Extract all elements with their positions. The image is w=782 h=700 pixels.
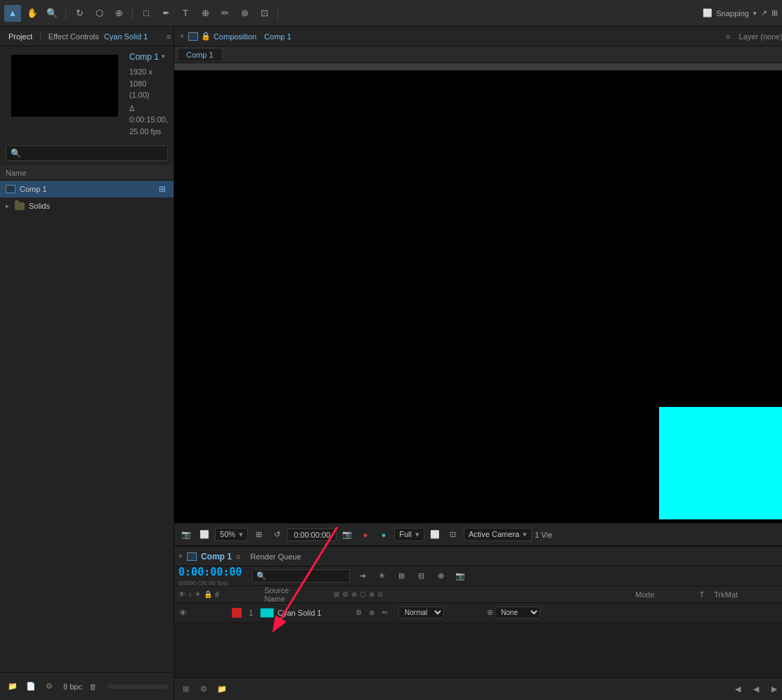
viewer-controls: 📷 ⬜ 50% ▾ ⊞ ↺ 0:00:00:00 📷 ● ● Full ▾ ⬜ … <box>174 523 782 545</box>
col-label-hash: # <box>215 590 219 599</box>
comp-panel-close[interactable]: × <box>177 31 187 41</box>
tl-star-btn[interactable]: ✳ <box>374 569 389 584</box>
comp-duration-label: Δ 0:00:15:00, 25.00 fps <box>129 103 168 138</box>
eye-col-header: 👁 <box>178 588 185 601</box>
parent-select[interactable]: None <box>495 607 540 618</box>
clone-tool[interactable]: ⊛ <box>236 5 253 22</box>
rotate-tool[interactable]: ↻ <box>71 5 88 22</box>
timeline-close[interactable]: × <box>178 552 183 560</box>
trkmat-col-header: TrkMat <box>714 590 738 599</box>
timeline-comp-icon <box>187 552 197 561</box>
new-folder-btn[interactable]: 📁 <box>6 680 20 694</box>
brush-tool[interactable]: ✏ <box>216 5 233 22</box>
delete-btn[interactable]: 🗑 <box>86 680 100 694</box>
list-item-solids[interactable]: ▸ Solids <box>0 197 174 214</box>
layer-mode-select[interactable]: Normal <box>398 607 444 618</box>
timeline-comp-name: Comp 1 <box>201 552 232 562</box>
camera-dropdown[interactable]: Active Camera ▾ <box>464 528 532 541</box>
layer-name[interactable]: Cyan Solid 1 <box>278 609 348 617</box>
pen-tool[interactable]: ✒ <box>157 5 174 22</box>
snapping-label[interactable]: Snapping <box>717 9 750 18</box>
proportional-icon[interactable]: ↗ <box>761 8 767 18</box>
timeline-folder-btn[interactable]: 📁 <box>215 682 229 696</box>
new-item-btn[interactable]: 📄 <box>24 680 38 694</box>
timeline-search-input[interactable] <box>269 572 345 581</box>
fit-btn[interactable]: ⊞ <box>251 527 266 543</box>
toolbar-separator-2 <box>132 6 133 20</box>
snapshot-btn[interactable]: 📷 <box>178 527 194 543</box>
zoom-display[interactable]: 50% ▾ <box>215 528 248 541</box>
layer-mode-area: Normal <box>398 607 444 618</box>
viewer-timecode[interactable]: 0:00:00:00 <box>287 529 337 541</box>
snapping-area: ⬜ Snapping ▾ ↗ ⊞ <box>703 8 778 18</box>
render-queue-btn[interactable]: Render Queue <box>250 552 301 561</box>
refresh-btn[interactable]: ↺ <box>269 527 285 543</box>
timeline-timecode[interactable]: 0:00:00:00 <box>178 566 242 578</box>
timeline-menu[interactable]: ≡ <box>236 552 240 561</box>
left-panel: Project | Effect Controls Cyan Solid 1 ≡… <box>0 27 174 700</box>
comp-name-arrow: ▾ <box>162 52 165 62</box>
layer-visibility-toggle[interactable]: 👁 <box>177 607 188 618</box>
panel-menu-button[interactable]: ≡ <box>167 32 171 41</box>
timeline-controls: 0:00:00:00 00000 (25.00 fps) 🔍 ⇥ ✳ ⊞ ⊟ ⊕… <box>174 566 782 586</box>
snapping-chevron: ▾ <box>753 10 757 17</box>
col-3d: ⬡ <box>360 588 366 601</box>
tl-graph-btn[interactable]: ⊕ <box>433 569 448 584</box>
res-icon[interactable]: ⬜ <box>427 527 443 543</box>
tab-project[interactable]: Project <box>3 30 38 43</box>
camera-orbit-tool[interactable]: ⊕ <box>110 5 127 22</box>
project-search-bar[interactable]: 🔍 <box>6 145 168 161</box>
hand-tool[interactable]: ✋ <box>24 5 41 22</box>
project-search-input[interactable] <box>24 149 163 157</box>
timeline-area: × Comp 1 ≡ Render Queue 0:00:00:00 00000… <box>174 545 782 700</box>
layer-none-label: Layer (none) <box>739 32 782 41</box>
tl-align-btn[interactable]: ⊞ <box>393 569 409 584</box>
timeline-bottom-toolbar: ⊞ ⚙ 📁 ◀ ◀ ▶ <box>174 678 782 700</box>
selection-tool[interactable]: ▲ <box>4 5 21 22</box>
align-icon[interactable]: ⊞ <box>157 183 168 195</box>
viewer-layout-btn[interactable]: ⬜ <box>197 527 212 543</box>
switch-fx[interactable]: ⚙ <box>353 607 364 618</box>
toolbar-separator-1 <box>65 6 66 20</box>
new-layer-btn[interactable]: ⊞ <box>178 682 193 696</box>
switch-pen[interactable]: ✏ <box>379 607 391 618</box>
rectangle-tool[interactable]: □ <box>138 5 155 22</box>
layer-audio-toggle[interactable] <box>190 607 202 618</box>
zoom-tool[interactable]: 🔍 <box>44 5 60 22</box>
timeline-settings-btn[interactable]: ⚙ <box>197 682 211 696</box>
tl-search-icon: 🔍 <box>256 571 266 581</box>
quality-dropdown[interactable]: Full ▾ <box>394 528 424 541</box>
main-layout: Project | Effect Controls Cyan Solid 1 ≡… <box>0 27 782 700</box>
navigate-btn-3[interactable]: ▶ <box>767 682 781 696</box>
color-dot-2[interactable]: ● <box>376 527 391 543</box>
viewer-canvas <box>174 63 782 523</box>
col-render: ⊙ <box>377 588 383 601</box>
bpc-label: 8 bpc <box>63 682 82 691</box>
switch-motion[interactable]: ⊛ <box>366 607 377 618</box>
list-item-comp1[interactable]: Comp 1 ⊞ <box>0 181 174 197</box>
toggle-mask-btn[interactable]: ⊡ <box>445 527 461 543</box>
tl-layers-btn[interactable]: ⊟ <box>413 569 429 584</box>
comp1-icon <box>6 185 15 193</box>
composition-panel-menu[interactable]: ≡ <box>726 32 730 41</box>
solids-name: Solids <box>29 202 50 210</box>
tl-camera-btn[interactable]: 📷 <box>452 569 468 584</box>
color-dot-1[interactable]: ● <box>358 527 373 543</box>
text-tool[interactable]: T <box>177 5 194 22</box>
navigate-btn-1[interactable]: ◀ <box>731 682 745 696</box>
project-settings-btn[interactable]: ⚙ <box>42 680 56 694</box>
camera-snap-btn[interactable]: 📷 <box>339 527 355 543</box>
tab-effect-controls[interactable]: Effect Controls Cyan Solid 1 <box>43 30 153 43</box>
comp1-viewer-tab[interactable]: Comp 1 <box>177 48 223 61</box>
camera-tool[interactable]: ⬡ <box>91 5 107 22</box>
snap-icon[interactable]: ⊞ <box>771 8 778 18</box>
navigate-btn-2[interactable]: ◀ <box>749 682 763 696</box>
tl-move-btn[interactable]: ⇥ <box>354 569 370 584</box>
anchor-tool[interactable]: ⊕ <box>197 5 214 22</box>
timeline-search[interactable]: 🔍 <box>252 569 350 583</box>
left-panel-bottom: 📁 📄 ⚙ 8 bpc 🗑 <box>0 672 174 700</box>
lock-col-header: 🔒 <box>204 588 212 601</box>
layer-solo-toggle[interactable] <box>204 607 215 618</box>
layer-lock-toggle[interactable] <box>217 607 228 618</box>
eraser-tool[interactable]: ⊡ <box>256 5 273 22</box>
